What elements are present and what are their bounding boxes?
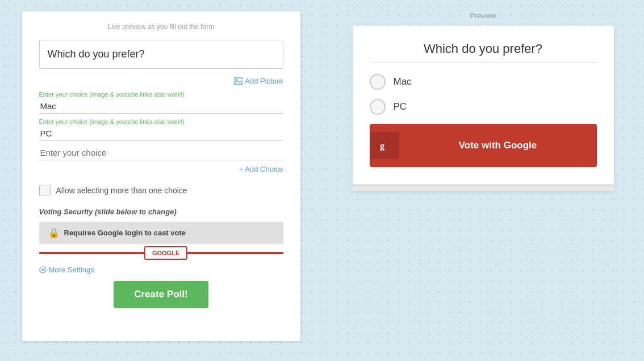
choice-2-label: Enter your choice (image & youtube links… — [39, 118, 283, 125]
preview-label: Preview — [470, 11, 496, 20]
voting-security-label: Voting Security (slide below to change) — [39, 208, 283, 216]
choice-1-label: Enter your choice (image & youtube links… — [39, 91, 283, 98]
picture-icon — [234, 77, 242, 85]
vote-button-label: Vote with Google — [399, 140, 597, 151]
svg-text:g: g — [380, 141, 384, 151]
multiple-choice-row: Allow selecting more than one choice — [39, 185, 283, 196]
preview-option-2[interactable]: PC — [370, 99, 597, 115]
choice-group-2: Enter your choice (image & youtube links… — [39, 118, 283, 141]
preview-option-1[interactable]: Mac — [370, 74, 597, 90]
choice-2-input[interactable] — [39, 126, 283, 141]
live-preview-label: Live preview as you fill out the form — [39, 23, 283, 31]
svg-point-1 — [236, 79, 237, 81]
preview-card-inner: Which do you prefer? Mac PC g Vote with … — [353, 26, 614, 186]
preview-question: Which do you prefer? — [370, 42, 597, 56]
question-input[interactable] — [39, 40, 283, 69]
more-settings-label: More Settings — [49, 265, 94, 274]
more-settings-button[interactable]: More Settings — [39, 265, 283, 274]
choice-group-3 — [39, 146, 283, 160]
choice-1-input[interactable] — [39, 99, 283, 114]
add-choice-label: + Add Choice — [239, 165, 283, 173]
slider-thumb[interactable]: GOOGLE — [144, 246, 187, 260]
left-panel: Live preview as you fill out the form Ad… — [0, 0, 322, 361]
right-panel: Preview Which do you prefer? Mac PC g Vo… — [322, 0, 644, 361]
slider-track: GOOGLE — [39, 252, 283, 254]
security-badge: 🔒 Requires Google login to cast vote — [39, 222, 283, 244]
google-icon: g — [370, 132, 399, 159]
svg-rect-0 — [234, 78, 242, 84]
preview-card: Which do you prefer? Mac PC g Vote with … — [353, 26, 614, 191]
radio-pc[interactable] — [370, 99, 386, 115]
choice-3-input[interactable] — [39, 146, 283, 160]
multiple-choice-label: Allow selecting more than one choice — [56, 186, 187, 195]
multiple-choice-checkbox[interactable] — [39, 185, 51, 196]
add-choice-button[interactable]: + Add Choice — [39, 165, 283, 173]
choice-group-1: Enter your choice (image & youtube links… — [39, 91, 283, 114]
vote-with-google-button[interactable]: g Vote with Google — [370, 124, 597, 167]
add-picture-label: Add Picture — [245, 77, 283, 85]
option-2-label: PC — [394, 101, 407, 113]
preview-divider — [370, 62, 597, 63]
svg-point-3 — [41, 269, 44, 271]
settings-icon — [39, 266, 47, 273]
slider-container[interactable]: GOOGLE — [39, 252, 283, 254]
preview-card-footer — [353, 186, 614, 191]
lock-icon: 🔒 — [48, 227, 60, 238]
create-poll-button[interactable]: Create Poll! — [114, 281, 208, 308]
option-1-label: Mac — [394, 76, 412, 88]
form-card: Live preview as you fill out the form Ad… — [22, 11, 300, 341]
radio-mac[interactable] — [370, 74, 386, 90]
add-picture-button[interactable]: Add Picture — [39, 77, 283, 85]
security-badge-label: Requires Google login to cast vote — [64, 229, 186, 237]
